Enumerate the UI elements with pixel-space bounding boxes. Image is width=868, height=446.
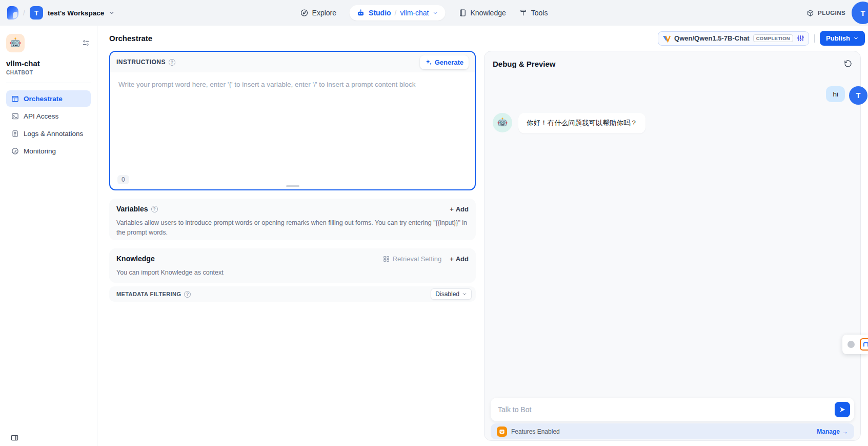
manage-label: Manage	[817, 428, 840, 435]
chat-history: hi T 你好！有什么问题我可以帮助你吗？	[485, 86, 860, 133]
nav-item-studio[interactable]: Studio / vllm-chat	[350, 5, 445, 21]
metadata-filtering-value: Disabled	[435, 290, 459, 298]
add-label: Add	[456, 255, 469, 263]
nav-item-tools[interactable]: Tools	[519, 9, 548, 17]
plugins-button[interactable]: PLUGINS	[806, 9, 845, 17]
retrieval-setting-button[interactable]: Retrieval Setting	[383, 255, 441, 263]
workspace-switcher[interactable]: / T test's Workspace	[7, 6, 115, 20]
features-icon	[497, 426, 507, 437]
robot-emoji-icon	[9, 37, 22, 49]
sidebar-item-label: Orchestrate	[24, 95, 63, 103]
send-button[interactable]	[835, 402, 850, 417]
send-icon	[839, 406, 846, 413]
publish-button[interactable]: Publish	[820, 31, 865, 46]
explore-icon	[300, 9, 309, 17]
sidebar-item-api-access[interactable]: API Access	[6, 108, 91, 124]
main-content: Orchestrate Qwen/Qwen1.5-7B-Chat COMPLET…	[97, 26, 868, 446]
help-icon[interactable]: ?	[169, 59, 175, 66]
main-nav: Explore Studio / vllm-chat Knowledge Too…	[300, 0, 548, 26]
add-knowledge-button[interactable]: + Add	[450, 255, 469, 263]
divider	[6, 83, 91, 83]
nav-item-knowledge[interactable]: Knowledge	[458, 9, 506, 17]
document-icon	[11, 130, 19, 138]
plus-icon: +	[450, 255, 454, 263]
sidebar-item-label: Monitoring	[24, 147, 56, 155]
robot-emoji-icon	[497, 117, 508, 128]
chevron-down-icon[interactable]	[432, 10, 438, 16]
retrieval-icon	[383, 256, 390, 262]
publish-label: Publish	[826, 34, 850, 42]
current-app-name[interactable]: vllm-chat	[400, 9, 429, 17]
features-enabled-label: Features Enabled	[511, 428, 560, 435]
model-params-icon[interactable]	[797, 34, 804, 42]
widget-extension-icon[interactable]	[860, 338, 868, 351]
breadcrumb-separator: /	[395, 9, 397, 17]
user-message-bubble: hi	[826, 86, 845, 102]
help-icon[interactable]: ?	[151, 206, 158, 212]
char-count-badge: 0	[117, 175, 129, 184]
sidebar-item-label: Logs & Annotations	[24, 130, 83, 138]
metadata-filtering-title: METADATA FILTERING	[116, 291, 181, 297]
model-name: Qwen/Qwen1.5-7B-Chat	[674, 34, 750, 42]
resize-handle[interactable]	[286, 185, 299, 187]
generate-label: Generate	[435, 59, 463, 66]
variables-title: Variables	[116, 205, 148, 213]
sidebar-item-logs-annotations[interactable]: Logs & Annotations	[6, 125, 91, 142]
app-settings-icon[interactable]	[82, 39, 90, 47]
prompt-placeholder: Write your prompt word here, enter '{' t…	[118, 81, 467, 88]
plugins-label: PLUGINS	[818, 10, 845, 16]
manage-features-link[interactable]: Manage →	[817, 428, 848, 435]
nav-item-label: Tools	[531, 9, 548, 17]
add-variable-button[interactable]: + Add	[450, 205, 469, 213]
robot-icon	[357, 9, 365, 17]
debug-preview-panel: Debug & Preview hi T 你好！有什么问题我可以帮助你吗？	[484, 51, 861, 441]
app-avatar	[6, 34, 25, 52]
divider	[814, 34, 815, 43]
metadata-filtering-select[interactable]: Disabled	[431, 288, 472, 300]
model-selector[interactable]: Qwen/Qwen1.5-7B-Chat COMPLETION	[658, 31, 809, 46]
generate-button[interactable]: Generate	[420, 55, 469, 69]
user-chat-avatar: T	[849, 86, 867, 105]
window-layout-icon	[11, 95, 19, 103]
book-icon	[458, 9, 467, 17]
app-sidebar: vllm-chat CHATBOT Orchestrate API Access…	[0, 26, 97, 446]
hammer-icon	[519, 9, 528, 17]
terminal-icon	[11, 112, 19, 120]
workspace-name[interactable]: test's Workspace	[48, 9, 104, 17]
floating-widget[interactable]	[842, 335, 868, 354]
restart-conversation-icon[interactable]	[844, 60, 852, 68]
widget-dot-icon[interactable]	[847, 341, 855, 348]
model-mode-badge: COMPLETION	[753, 34, 793, 42]
knowledge-title: Knowledge	[116, 255, 155, 263]
top-nav: / T test's Workspace Explore Studio / vl…	[0, 0, 868, 26]
studio-label: Studio	[369, 9, 391, 17]
dify-logo-icon[interactable]	[7, 6, 18, 20]
prompt-editor[interactable]: Write your prompt word here, enter '{' t…	[110, 72, 475, 189]
add-label: Add	[456, 205, 469, 213]
instructions-title: INSTRUCTIONS	[116, 59, 166, 66]
sidebar-item-orchestrate[interactable]: Orchestrate	[6, 90, 91, 107]
knowledge-description: You can import Knowledge as context	[109, 266, 476, 284]
collapse-sidebar-icon[interactable]	[10, 434, 19, 442]
app-name: vllm-chat	[6, 59, 91, 68]
arrow-right-icon: →	[842, 428, 848, 435]
sidebar-item-label: API Access	[24, 112, 58, 120]
nav-item-explore[interactable]: Explore	[300, 9, 336, 17]
variables-description: Variables allow users to introduce promp…	[109, 216, 476, 244]
retrieval-setting-label: Retrieval Setting	[393, 255, 441, 263]
chat-input[interactable]	[491, 398, 854, 421]
sparkle-icon	[425, 59, 432, 66]
app-type-badge: CHATBOT	[6, 70, 91, 75]
debug-preview-title: Debug & Preview	[493, 60, 556, 68]
metadata-filtering-row: METADATA FILTERING ? Disabled	[109, 286, 476, 302]
chevron-down-icon[interactable]	[109, 10, 115, 16]
sidebar-item-monitoring[interactable]: Monitoring	[6, 143, 91, 159]
bot-chat-avatar	[493, 113, 512, 132]
knowledge-panel: Knowledge Retrieval Setting + Add You ca…	[109, 248, 476, 283]
help-icon[interactable]: ?	[184, 291, 191, 298]
features-bar: Features Enabled Manage →	[491, 423, 854, 439]
assistant-message-bubble: 你好！有什么问题我可以帮助你吗？	[518, 113, 645, 133]
user-avatar[interactable]: T	[852, 2, 868, 24]
workspace-avatar[interactable]: T	[30, 6, 43, 20]
chevron-down-icon	[853, 35, 859, 41]
